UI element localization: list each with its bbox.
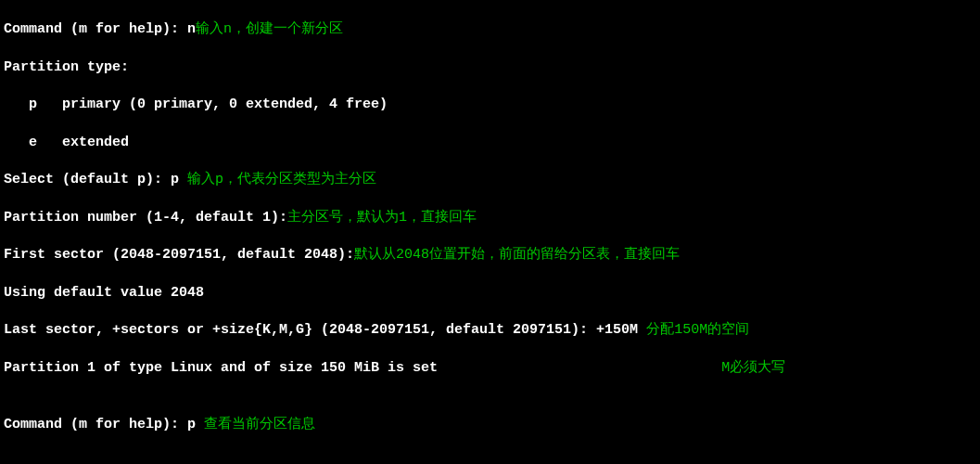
annotation-p-print: 查看当前分区信息 (204, 417, 315, 432)
cmd-prompt-n[interactable]: Command (m for help): n (4, 21, 196, 37)
terminal-output: Command (m for help): n输入n，创建一个新分区 Parti… (0, 0, 980, 464)
annotation-first-sector: 默认从2048位置开始，前面的留给分区表，直接回车 (354, 247, 680, 263)
cmd-prompt-p[interactable]: Command (m for help): p (4, 417, 204, 432)
partition-type-header: Partition type: (4, 58, 976, 77)
first-sector-prompt[interactable]: First sector (2048-2097151, default 2048… (4, 247, 354, 263)
partition-type-extended: e extended (4, 134, 976, 152)
partition-set-line: Partition 1 of type Linux and of size 15… (4, 360, 438, 376)
select-prompt-p[interactable]: Select (default p): p (4, 172, 187, 187)
partition-type-primary: p primary (0 primary, 0 extended, 4 free… (4, 96, 976, 114)
last-sector-prompt[interactable]: Last sector, +sectors or +size{K,M,G} (2… (4, 322, 646, 338)
annotation-last-sector-1: 分配150M的空间 (646, 322, 749, 338)
annotation-p-select: 输入p，代表分区类型为主分区 (187, 172, 376, 187)
annotation-n: 输入n，创建一个新分区 (196, 21, 343, 37)
annotation-part-num: 主分区号，默认为1，直接回车 (287, 210, 477, 226)
partition-number-prompt[interactable]: Partition number (1-4, default 1): (4, 210, 287, 226)
annotation-last-sector-2: M必须大写 (438, 360, 785, 376)
default-value-line: Using default value 2048 (4, 284, 976, 303)
